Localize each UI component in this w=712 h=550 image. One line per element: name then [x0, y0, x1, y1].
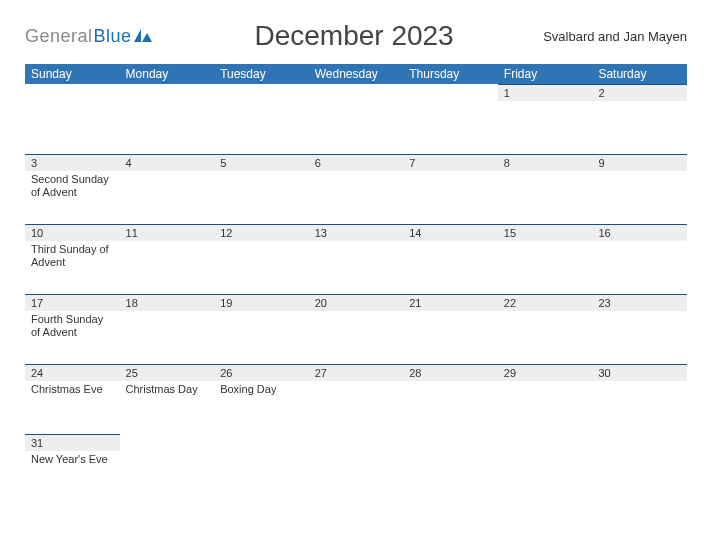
event-label: Christmas Day — [120, 381, 215, 398]
day-cell: 26Boxing Day — [214, 364, 309, 434]
day-number: 15 — [498, 224, 593, 241]
day-cell: 21 — [403, 294, 498, 364]
logo-text-general: General — [25, 26, 93, 47]
day-number: 4 — [120, 154, 215, 171]
week-row: 31New Year's Eve — [25, 434, 687, 504]
day-number: 8 — [498, 154, 593, 171]
day-header: Wednesday — [309, 64, 404, 84]
day-number: 13 — [309, 224, 404, 241]
day-number — [309, 84, 404, 101]
day-number — [498, 434, 593, 451]
day-number: 23 — [592, 294, 687, 311]
day-number — [403, 434, 498, 451]
day-number: 9 — [592, 154, 687, 171]
page-title: December 2023 — [165, 20, 543, 52]
day-number: 22 — [498, 294, 593, 311]
day-cell — [120, 84, 215, 154]
event-label: Boxing Day — [214, 381, 309, 398]
day-cell: 16 — [592, 224, 687, 294]
day-number: 2 — [592, 84, 687, 101]
day-number — [214, 84, 309, 101]
day-cell: 29 — [498, 364, 593, 434]
day-cell: 13 — [309, 224, 404, 294]
event-label: Christmas Eve — [25, 381, 120, 398]
day-header: Sunday — [25, 64, 120, 84]
day-cell — [403, 84, 498, 154]
header: General Blue December 2023 Svalbard and … — [25, 20, 687, 52]
day-cell: 28 — [403, 364, 498, 434]
day-cell: 15 — [498, 224, 593, 294]
event-label: Third Sunday of Advent — [25, 241, 120, 271]
day-cell: 2 — [592, 84, 687, 154]
week-row: 17Fourth Sunday of Advent181920212223 — [25, 294, 687, 364]
day-number: 30 — [592, 364, 687, 381]
day-cell — [498, 434, 593, 504]
event-label: Fourth Sunday of Advent — [25, 311, 120, 341]
event-label: New Year's Eve — [25, 451, 120, 468]
day-cell — [214, 84, 309, 154]
day-number: 3 — [25, 154, 120, 171]
week-row: 24Christmas Eve25Christmas Day26Boxing D… — [25, 364, 687, 434]
day-cell — [120, 434, 215, 504]
day-header: Saturday — [592, 64, 687, 84]
day-cell — [214, 434, 309, 504]
day-cell: 8 — [498, 154, 593, 224]
day-cell: 17Fourth Sunday of Advent — [25, 294, 120, 364]
day-cell — [25, 84, 120, 154]
day-number — [120, 434, 215, 451]
day-number: 25 — [120, 364, 215, 381]
day-number: 11 — [120, 224, 215, 241]
day-number: 14 — [403, 224, 498, 241]
day-cell — [403, 434, 498, 504]
day-cell: 27 — [309, 364, 404, 434]
day-number: 27 — [309, 364, 404, 381]
day-cell: 4 — [120, 154, 215, 224]
day-header: Monday — [120, 64, 215, 84]
day-cell: 9 — [592, 154, 687, 224]
day-number — [120, 84, 215, 101]
day-number — [25, 84, 120, 101]
day-number: 7 — [403, 154, 498, 171]
day-number: 28 — [403, 364, 498, 381]
day-cell: 1 — [498, 84, 593, 154]
day-cell: 22 — [498, 294, 593, 364]
day-cell: 30 — [592, 364, 687, 434]
day-number: 16 — [592, 224, 687, 241]
day-number: 21 — [403, 294, 498, 311]
day-number — [309, 434, 404, 451]
day-cell: 18 — [120, 294, 215, 364]
day-cell: 25Christmas Day — [120, 364, 215, 434]
week-row: 10Third Sunday of Advent111213141516 — [25, 224, 687, 294]
day-cell: 20 — [309, 294, 404, 364]
week-row: 12 — [25, 84, 687, 154]
event-label: Second Sunday of Advent — [25, 171, 120, 201]
day-number — [403, 84, 498, 101]
day-cell: 5 — [214, 154, 309, 224]
logo: General Blue — [25, 26, 165, 47]
day-cell — [309, 84, 404, 154]
day-number: 29 — [498, 364, 593, 381]
day-cell: 6 — [309, 154, 404, 224]
logo-icon — [134, 27, 152, 48]
logo-text-blue: Blue — [94, 26, 132, 47]
day-number: 6 — [309, 154, 404, 171]
day-header: Tuesday — [214, 64, 309, 84]
day-number — [214, 434, 309, 451]
day-cell: 31New Year's Eve — [25, 434, 120, 504]
day-cell: 19 — [214, 294, 309, 364]
day-number: 5 — [214, 154, 309, 171]
day-number: 26 — [214, 364, 309, 381]
day-header: Friday — [498, 64, 593, 84]
day-cell: 7 — [403, 154, 498, 224]
day-number: 24 — [25, 364, 120, 381]
week-row: 3Second Sunday of Advent456789 — [25, 154, 687, 224]
region-label: Svalbard and Jan Mayen — [543, 29, 687, 44]
day-cell — [592, 434, 687, 504]
day-number: 10 — [25, 224, 120, 241]
calendar-table: SundayMondayTuesdayWednesdayThursdayFrid… — [25, 64, 687, 504]
day-cell: 24Christmas Eve — [25, 364, 120, 434]
day-number: 31 — [25, 434, 120, 451]
day-number: 19 — [214, 294, 309, 311]
day-number — [592, 434, 687, 451]
day-number: 1 — [498, 84, 593, 101]
